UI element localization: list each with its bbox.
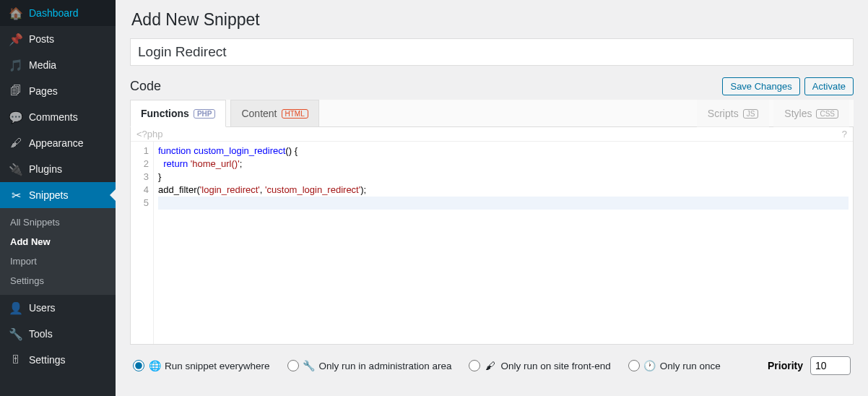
code-body[interactable]: function custom_login_redirect() { retur… bbox=[154, 142, 853, 344]
main-content: Add New Snippet Code Save Changes Activa… bbox=[116, 0, 868, 396]
action-buttons: Save Changes Activate bbox=[722, 77, 854, 95]
sliders-icon: 🎚 bbox=[9, 353, 23, 367]
tab-label: Functions bbox=[141, 108, 189, 119]
sidebar-item-label: Snippets bbox=[29, 189, 68, 201]
sidebar-item-appearance[interactable]: 🖌Appearance bbox=[0, 130, 116, 156]
editor-tabs: Functions PHP Content HTML Scripts JS St… bbox=[130, 100, 854, 127]
radio-label: Run snippet everywhere bbox=[165, 361, 270, 371]
sidebar-item-posts[interactable]: 📌Posts bbox=[0, 26, 116, 52]
submenu-add-new[interactable]: Add New bbox=[0, 232, 116, 251]
code-heading: Code bbox=[130, 79, 161, 94]
scope-everywhere[interactable]: 🌐Run snippet everywhere bbox=[133, 360, 270, 371]
tab-label: Content bbox=[241, 108, 277, 119]
sidebar-item-comments[interactable]: 💬Comments bbox=[0, 104, 116, 130]
activate-button[interactable]: Activate bbox=[804, 77, 854, 95]
css-chip-icon: CSS bbox=[816, 109, 838, 119]
code-editor[interactable]: <?php? 12345 function custom_login_redir… bbox=[130, 127, 854, 345]
media-icon: 🎵 bbox=[9, 58, 23, 72]
scissors-icon: ✂ bbox=[9, 188, 23, 202]
scope-admin-radio[interactable] bbox=[287, 360, 299, 371]
sidebar-item-label: Media bbox=[29, 59, 56, 71]
pages-icon: 🗐 bbox=[9, 84, 23, 98]
wrench-icon: 🔧 bbox=[9, 327, 23, 341]
js-chip-icon: JS bbox=[743, 109, 759, 119]
submenu-import[interactable]: Import bbox=[0, 251, 116, 271]
scope-front-radio[interactable] bbox=[469, 360, 480, 371]
plug-icon: 🔌 bbox=[9, 162, 23, 176]
tab-functions[interactable]: Functions PHP bbox=[130, 100, 226, 127]
priority-input[interactable] bbox=[810, 356, 851, 375]
clock-icon: 🕐 bbox=[644, 360, 656, 371]
sidebar-item-label: Posts bbox=[29, 33, 54, 45]
tab-content[interactable]: Content HTML bbox=[230, 100, 318, 127]
tab-label: Styles bbox=[784, 108, 812, 119]
sidebar-item-label: Dashboard bbox=[29, 7, 79, 19]
snippet-footer: 🌐Run snippet everywhere 🔧Only run in adm… bbox=[130, 345, 854, 375]
php-chip-icon: PHP bbox=[194, 109, 216, 119]
submenu-settings[interactable]: Settings bbox=[0, 271, 116, 290]
sidebar-item-label: Tools bbox=[29, 328, 53, 340]
sidebar-item-label: Appearance bbox=[29, 137, 84, 149]
sidebar-item-label: Settings bbox=[29, 354, 66, 366]
help-icon[interactable]: ? bbox=[842, 129, 847, 139]
scope-once[interactable]: 🕐Only run once bbox=[628, 360, 721, 371]
sidebar-item-pages[interactable]: 🗐Pages bbox=[0, 78, 116, 104]
line-gutter: 12345 bbox=[131, 142, 154, 344]
sidebar-item-users[interactable]: 👤Users bbox=[0, 295, 116, 321]
sidebar-item-plugins[interactable]: 🔌Plugins bbox=[0, 156, 116, 182]
scope-admin[interactable]: 🔧Only run in administration area bbox=[287, 360, 452, 371]
radio-label: Only run on site front-end bbox=[500, 361, 610, 371]
scope-everywhere-radio[interactable] bbox=[133, 360, 144, 371]
tab-scripts[interactable]: Scripts JS bbox=[697, 100, 769, 127]
save-button[interactable]: Save Changes bbox=[722, 77, 799, 95]
sidebar-item-label: Pages bbox=[29, 85, 58, 97]
scope-front[interactable]: 🖌Only run on site front-end bbox=[469, 360, 610, 371]
globe-icon: 🌐 bbox=[149, 360, 160, 371]
php-open-tag-hint: <?php? bbox=[131, 127, 853, 142]
sidebar-item-label: Plugins bbox=[29, 163, 62, 175]
admin-sidebar: 🏠Dashboard 📌Posts 🎵Media 🗐Pages 💬Comment… bbox=[0, 0, 116, 396]
pin-icon: 📌 bbox=[9, 32, 23, 46]
sidebar-item-label: Users bbox=[29, 302, 56, 314]
tab-label: Scripts bbox=[708, 108, 739, 119]
sidebar-submenu: All Snippets Add New Import Settings bbox=[0, 208, 116, 295]
sidebar-item-label: Comments bbox=[29, 111, 78, 123]
user-icon: 👤 bbox=[9, 301, 23, 315]
radio-label: Only run in administration area bbox=[319, 361, 452, 371]
sidebar-item-media[interactable]: 🎵Media bbox=[0, 52, 116, 78]
tab-styles[interactable]: Styles CSS bbox=[773, 100, 849, 127]
page-title: Add New Snippet bbox=[130, 0, 854, 38]
brush-icon: 🖌 bbox=[9, 136, 23, 150]
html-chip-icon: HTML bbox=[282, 109, 308, 119]
priority-label: Priority bbox=[768, 360, 803, 371]
snippet-title-input[interactable] bbox=[130, 38, 854, 66]
sidebar-item-dashboard[interactable]: 🏠Dashboard bbox=[0, 0, 116, 26]
priority-field: Priority bbox=[768, 356, 851, 375]
scope-once-radio[interactable] bbox=[628, 360, 640, 371]
submenu-all-snippets[interactable]: All Snippets bbox=[0, 212, 116, 232]
radio-label: Only run once bbox=[660, 361, 721, 371]
sidebar-item-settings[interactable]: 🎚Settings bbox=[0, 347, 116, 373]
paint-icon: 🖌 bbox=[485, 360, 496, 371]
gauge-icon: 🏠 bbox=[9, 6, 23, 20]
scope-radio-group: 🌐Run snippet everywhere 🔧Only run in adm… bbox=[133, 360, 721, 371]
wrench-icon: 🔧 bbox=[303, 360, 315, 371]
sidebar-item-tools[interactable]: 🔧Tools bbox=[0, 321, 116, 347]
sidebar-item-snippets[interactable]: ✂Snippets bbox=[0, 182, 116, 208]
comment-icon: 💬 bbox=[9, 110, 23, 124]
